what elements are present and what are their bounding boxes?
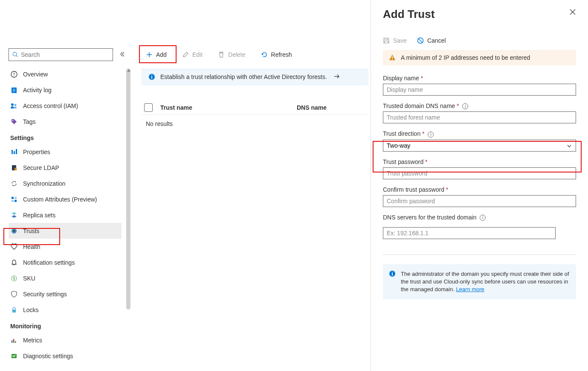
svg-rect-13 [14, 151, 15, 154]
sidebar-item-properties[interactable]: Properties [9, 144, 122, 160]
edit-label: Edit [192, 51, 203, 58]
dns-servers-input[interactable] [383, 227, 556, 239]
svg-line-38 [418, 39, 422, 43]
arrow-right-icon[interactable] [333, 73, 340, 81]
sidebar-item-health[interactable]: Health [9, 239, 122, 254]
security-icon [10, 290, 18, 298]
info-icon [389, 270, 396, 277]
bell-icon [10, 259, 18, 266]
warning-icon [389, 54, 396, 61]
trust-password-input[interactable] [383, 167, 576, 179]
sidebar-item-overview[interactable]: Overview [9, 66, 122, 82]
health-icon [10, 243, 18, 251]
sidebar-label: Properties [23, 149, 50, 155]
sidebar-label: Diagnostic settings [23, 353, 73, 359]
section-header-monitoring: Monitoring [9, 318, 122, 332]
confirm-password-input[interactable] [383, 195, 576, 207]
cancel-button[interactable]: Cancel [417, 37, 446, 44]
svg-rect-33 [151, 76, 152, 79]
sidebar-label: Security settings [23, 291, 67, 298]
sidebar-item-replica-sets[interactable]: Replica sets [9, 207, 122, 223]
info-icon [148, 73, 155, 80]
info-box-text: The administrator of the domain you spec… [401, 271, 569, 292]
search-icon [12, 52, 18, 58]
overview-icon [10, 70, 18, 78]
display-name-label: Display name * [383, 75, 576, 82]
svg-point-32 [151, 75, 152, 76]
svg-rect-28 [12, 354, 17, 358]
trust-direction-value[interactable] [383, 140, 576, 152]
trust-direction-select[interactable] [383, 140, 576, 152]
sidebar-item-activity-log[interactable]: Activity log [9, 82, 122, 98]
trust-direction-label: Trust direction * i [383, 130, 576, 137]
add-trust-panel: Add Trust Save Cancel A minimum of 2 IP … [371, 0, 588, 371]
sidebar-item-secure-ldap[interactable]: Secure LDAP [9, 160, 122, 175]
column-dns-name[interactable]: DNS name [297, 104, 327, 111]
sidebar-label: Synchronization [23, 180, 66, 187]
svg-rect-18 [14, 197, 17, 199]
svg-point-40 [392, 59, 393, 60]
svg-rect-16 [14, 168, 17, 170]
info-banner-text: Establish a trust relationship with othe… [160, 73, 327, 80]
info-icon[interactable]: i [480, 215, 486, 221]
sidebar-item-tags[interactable]: Tags [9, 114, 122, 129]
edit-button[interactable]: Edit [178, 48, 207, 61]
svg-rect-20 [14, 200, 17, 202]
sidebar-item-locks[interactable]: Locks [9, 302, 122, 318]
tag-icon [10, 118, 18, 126]
sidebar-label: Overview [23, 71, 48, 78]
dns-name-input[interactable] [383, 111, 576, 123]
display-name-input[interactable] [383, 84, 576, 96]
collapse-sidebar-icon[interactable] [119, 51, 126, 59]
select-all-checkbox[interactable] [144, 103, 153, 112]
svg-rect-24 [12, 310, 16, 313]
svg-rect-25 [12, 340, 13, 343]
search-input[interactable] [21, 51, 109, 58]
sidebar-item-trusts[interactable]: Trusts [9, 223, 122, 239]
add-button[interactable]: Add [142, 48, 171, 61]
search-box[interactable] [9, 48, 113, 61]
close-button[interactable] [569, 9, 576, 17]
svg-rect-19 [12, 200, 14, 202]
sidebar-item-metrics[interactable]: Metrics [9, 332, 122, 348]
close-icon [569, 9, 576, 15]
sidebar-item-access-control[interactable]: Access control (IAM) [9, 98, 122, 114]
refresh-icon [261, 51, 268, 58]
info-icon[interactable]: i [428, 131, 434, 137]
sidebar-item-sku[interactable]: $ SKU [9, 270, 122, 286]
sidebar-item-diagnostic-settings[interactable]: Diagnostic settings [9, 348, 122, 364]
delete-button[interactable]: Delete [214, 48, 249, 61]
svg-point-10 [14, 104, 17, 106]
sidebar-label: Metrics [23, 337, 42, 344]
secure-ldap-icon [10, 164, 18, 172]
column-trust-name[interactable]: Trust name [160, 104, 297, 111]
cancel-label: Cancel [427, 37, 446, 44]
svg-rect-39 [392, 56, 393, 58]
sidebar-item-synchronization[interactable]: Synchronization [9, 175, 122, 191]
learn-more-link[interactable]: Learn more [456, 286, 484, 292]
metrics-icon [10, 336, 18, 344]
iam-icon [10, 102, 18, 110]
info-icon[interactable]: i [462, 103, 468, 109]
scroll-up-icon[interactable] [126, 68, 131, 73]
svg-rect-26 [13, 339, 14, 343]
sync-icon [10, 180, 18, 187]
svg-point-11 [12, 120, 13, 120]
refresh-button[interactable]: Refresh [257, 48, 296, 61]
sidebar-scrollbar[interactable] [126, 68, 130, 310]
trust-password-label: Trust password * [383, 158, 576, 165]
sidebar-item-security-settings[interactable]: Security settings [9, 286, 122, 302]
refresh-label: Refresh [271, 51, 292, 58]
no-results-text: No results [146, 120, 173, 127]
svg-line-1 [16, 56, 17, 57]
add-label: Add [156, 51, 167, 58]
save-button[interactable]: Save [383, 37, 407, 44]
sidebar-label: Notification settings [23, 259, 75, 266]
custom-attributes-icon [10, 196, 18, 203]
svg-rect-17 [12, 197, 14, 199]
cancel-icon [417, 37, 424, 44]
sidebar-item-notification-settings[interactable]: Notification settings [9, 254, 122, 270]
svg-rect-27 [15, 341, 16, 343]
properties-icon [10, 148, 18, 156]
sidebar-item-custom-attributes[interactable]: Custom Attributes (Preview) [9, 191, 122, 207]
